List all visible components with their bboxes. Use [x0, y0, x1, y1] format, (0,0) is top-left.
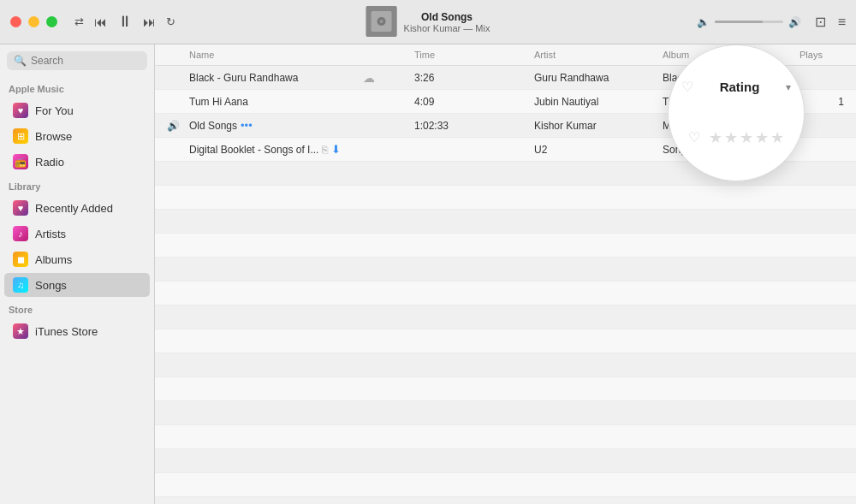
empty-row — [155, 234, 856, 258]
sidebar-item-recently-added[interactable]: ♥ Recently Added — [4, 196, 150, 220]
recently-added-label: Recently Added — [35, 202, 113, 215]
sidebar-item-artists[interactable]: ♪ Artists — [4, 222, 150, 246]
now-playing-art — [366, 6, 397, 37]
playback-controls: ⇄ ⏮ ⏸ ⏭ ↻ — [74, 13, 175, 31]
menu-icon[interactable]: ≡ — [838, 15, 846, 30]
star-2[interactable]: ★ — [724, 128, 738, 147]
empty-row — [155, 258, 856, 282]
empty-row — [155, 473, 856, 497]
artists-icon: ♪ — [13, 226, 28, 241]
empty-row — [155, 329, 856, 353]
for-you-label: For You — [35, 104, 74, 117]
star-3[interactable]: ★ — [740, 128, 753, 147]
main-layout: 🔍 Apple Music ♥ For You ⊞ Browse 📻 Radio… — [0, 44, 856, 504]
volume-low-icon: 🔈 — [697, 16, 710, 28]
for-you-icon: ♥ — [13, 103, 28, 118]
now-playing: Old Songs Kishor Kumar — Mix — [366, 6, 490, 39]
rating-header: ♡ Rating ▾ — [681, 79, 791, 95]
svg-point-3 — [380, 20, 383, 23]
row1-name: Black - Guru Randhawa — [186, 72, 360, 84]
next-icon[interactable]: ⏭ — [143, 15, 156, 29]
row3-artist: Kishor Kumar — [531, 120, 659, 132]
row1-artist: Guru Randhawa — [531, 72, 659, 84]
download-icon[interactable]: ⬇ — [331, 143, 341, 156]
empty-row — [155, 210, 856, 234]
volume-area: 🔈 🔊 — [697, 16, 801, 28]
row4-artist: U2 — [531, 144, 659, 156]
empty-row — [155, 497, 856, 504]
star-4[interactable]: ★ — [755, 128, 769, 147]
minimize-button[interactable] — [28, 16, 39, 27]
content-area: Name Time Artist Album Genre Plays Black… — [155, 44, 856, 504]
row3-name: Old Songs ••• — [186, 119, 360, 132]
search-input[interactable] — [31, 55, 140, 67]
header-cloud — [360, 48, 411, 62]
empty-row — [155, 401, 856, 425]
star-5[interactable]: ★ — [770, 128, 784, 147]
rating-bottom-heart-icon[interactable]: ♡ — [688, 129, 700, 145]
sidebar-section-library: Library — [0, 175, 154, 195]
albums-icon: ◼ — [13, 252, 28, 267]
now-playing-subtitle: Kishor Kumar — Mix — [404, 23, 490, 33]
window-controls — [10, 16, 57, 27]
header-name: Name — [186, 48, 360, 62]
albums-label: Albums — [35, 253, 72, 266]
rating-stars-row: ♡ ★ ★ ★ ★ ★ — [688, 128, 784, 147]
sidebar-item-for-you[interactable]: ♥ For You — [4, 98, 150, 122]
search-icon: 🔍 — [14, 55, 27, 67]
row1-cloud: ☁ — [360, 71, 411, 85]
rating-popup: ♡ Rating ▾ ♡ ★ ★ ★ ★ ★ — [668, 44, 805, 181]
sidebar-item-browse[interactable]: ⊞ Browse — [4, 124, 150, 148]
star-1[interactable]: ★ — [709, 128, 722, 147]
airplay-icon[interactable]: ⊡ — [815, 14, 826, 30]
itunes-store-icon: ★ — [13, 323, 28, 339]
sidebar-item-radio[interactable]: 📻 Radio — [4, 150, 150, 174]
empty-row — [155, 305, 856, 329]
booklet-copy-icon: ⎘ — [322, 144, 328, 156]
maximize-button[interactable] — [46, 16, 57, 27]
title-bar: ⇄ ⏮ ⏸ ⏭ ↻ Old Songs Kishor Kumar — Mix 🔈 — [0, 0, 856, 44]
shuffle-icon[interactable]: ⇄ — [74, 15, 84, 28]
rating-title: Rating — [693, 80, 786, 94]
recently-added-icon: ♥ — [13, 200, 28, 216]
empty-row — [155, 425, 856, 449]
cloud-icon: ☁ — [363, 71, 375, 85]
row2-name: Tum Hi Aana — [186, 96, 360, 108]
now-playing-title: Old Songs — [404, 11, 490, 23]
row2-artist: Jubin Nautiyal — [531, 96, 659, 108]
itunes-store-label: iTunes Store — [35, 325, 98, 338]
volume-slider[interactable] — [715, 21, 783, 23]
search-bar[interactable]: 🔍 — [7, 51, 147, 70]
rating-chevron-icon[interactable]: ▾ — [786, 81, 791, 93]
row4-name: Digital Booklet - Songs of I... ⎘ ⬇ — [186, 143, 360, 156]
header-artist: Artist — [531, 48, 659, 62]
row1-time: 3:26 — [411, 72, 531, 84]
empty-row — [155, 282, 856, 305]
sidebar-item-albums[interactable]: ◼ Albums — [4, 247, 150, 271]
radio-icon: 📻 — [13, 154, 28, 169]
radio-label: Radio — [35, 156, 64, 169]
browse-label: Browse — [35, 130, 72, 143]
more-options-icon[interactable]: ••• — [241, 119, 253, 132]
title-bar-right-icons: ⊡ ≡ — [815, 14, 846, 30]
header-indicator — [163, 48, 186, 62]
row3-time: 1:02:33 — [411, 120, 531, 132]
prev-icon[interactable]: ⏮ — [94, 15, 107, 29]
empty-row — [155, 186, 856, 210]
sidebar-item-songs[interactable]: ♫ Songs — [4, 273, 150, 297]
row3-indicator: 🔊 — [163, 120, 186, 132]
sidebar-item-itunes-store[interactable]: ★ iTunes Store — [4, 319, 150, 343]
rating-heart-icon[interactable]: ♡ — [681, 79, 693, 95]
close-button[interactable] — [10, 16, 21, 27]
repeat-icon[interactable]: ↻ — [166, 15, 175, 28]
sidebar-section-store: Store — [0, 298, 154, 318]
sidebar-section-apple-music: Apple Music — [0, 77, 154, 98]
play-pause-icon[interactable]: ⏸ — [117, 13, 133, 31]
artists-label: Artists — [35, 228, 66, 240]
row2-time: 4:09 — [411, 96, 531, 108]
empty-row — [155, 449, 856, 473]
empty-row — [155, 377, 856, 401]
songs-icon: ♫ — [13, 277, 28, 293]
header-plays: Plays — [796, 48, 847, 62]
songs-label: Songs — [35, 279, 67, 292]
